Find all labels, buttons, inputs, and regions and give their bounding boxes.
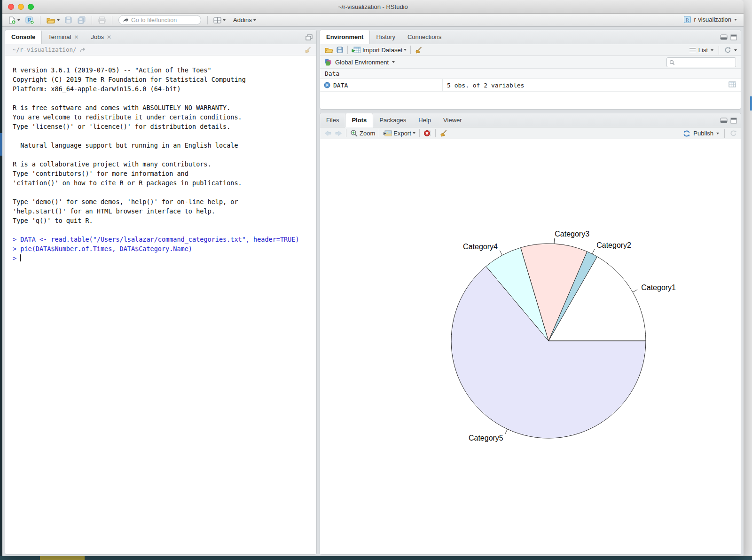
chevron-down-icon[interactable]	[392, 61, 395, 63]
console-pane: Console Terminal ✕ Jobs ✕ ~/r-visualizat…	[5, 30, 317, 555]
tab-packages[interactable]: Packages	[373, 113, 412, 127]
tab-console[interactable]: Console	[5, 30, 42, 44]
new-file-button[interactable]	[6, 15, 22, 25]
tab-history[interactable]: History	[370, 30, 401, 44]
plots-toolbar: Zoom Export	[320, 127, 741, 139]
expand-object-icon[interactable]	[324, 82, 330, 88]
console-line	[13, 131, 316, 141]
load-workspace-button[interactable]	[323, 46, 335, 55]
open-folder-icon	[46, 16, 55, 24]
environment-tabbar: Environment History Connections	[320, 30, 741, 44]
maximize-pane-icon[interactable]	[730, 118, 737, 124]
chevron-down-icon[interactable]	[734, 49, 737, 51]
previous-plot-button[interactable]	[323, 129, 333, 137]
console-line: Type 'contributors()' for more informati…	[13, 169, 316, 178]
background-desktop-bottom	[0, 556, 752, 560]
environment-object-row[interactable]: DATA 5 obs. of 2 variables	[320, 79, 741, 92]
data-section-header: Data	[320, 69, 741, 79]
tab-environment[interactable]: Environment	[320, 30, 370, 44]
close-icon[interactable]: ✕	[107, 34, 111, 40]
chevron-down-icon	[404, 49, 407, 51]
broom-icon	[439, 129, 447, 137]
console-line: Copyright (C) 2019 The R Foundation for …	[13, 75, 316, 84]
console-line: > pie(DATA$Number.of.Times, DATA$Categor…	[13, 244, 316, 253]
clear-console-broom-icon[interactable]	[304, 46, 312, 54]
import-dataset-button[interactable]: Import Dataset	[350, 46, 408, 55]
save-button[interactable]	[63, 15, 74, 25]
environment-pane: Environment History Connections	[320, 30, 741, 110]
tab-terminal-label: Terminal	[48, 33, 71, 40]
tab-viewer[interactable]: Viewer	[437, 113, 468, 127]
object-summary: 5 obs. of 2 variables	[447, 82, 524, 89]
console-output[interactable]: R version 3.6.1 (2019-07-05) -- "Action …	[5, 55, 316, 263]
next-plot-button[interactable]	[333, 129, 344, 137]
clear-all-plots-button[interactable]	[438, 128, 449, 138]
titlebar[interactable]: ~/r-visualization - RStudio	[2, 0, 744, 14]
background-fragment	[750, 96, 752, 110]
pie-label-Category1: Category1	[641, 284, 676, 292]
console-line: 'help.start()' for an HTML browser inter…	[13, 206, 316, 216]
environment-scope-label[interactable]: Global Environment	[335, 59, 389, 66]
console-line	[13, 188, 316, 197]
tab-files-label: Files	[326, 117, 339, 124]
goto-arrow-icon	[123, 17, 129, 23]
goto-file-input[interactable]	[131, 17, 192, 24]
tab-files[interactable]: Files	[320, 113, 345, 127]
environment-search-input[interactable]	[677, 59, 731, 66]
chevron-down-icon[interactable]	[716, 133, 719, 134]
minimize-pane-icon[interactable]	[720, 34, 728, 40]
console-line: Type 'demo()' for some demos, 'help()' f…	[13, 197, 316, 206]
tab-terminal[interactable]: Terminal ✕	[42, 30, 85, 44]
tab-environment-label: Environment	[326, 33, 363, 40]
project-menu-button[interactable]: R r-visualization	[682, 15, 739, 24]
popout-pane-icon[interactable]	[306, 34, 313, 40]
new-file-icon	[8, 16, 16, 24]
import-dataset-icon	[352, 47, 361, 54]
chevron-down-icon	[413, 132, 415, 134]
print-button[interactable]	[96, 16, 108, 25]
tab-plots[interactable]: Plots	[345, 113, 373, 127]
chevron-down-icon[interactable]	[711, 49, 713, 51]
maximize-pane-icon[interactable]	[730, 34, 737, 40]
open-folder-icon	[324, 47, 333, 54]
open-file-button[interactable]	[45, 16, 61, 25]
tab-help[interactable]: Help	[412, 113, 437, 127]
new-project-button[interactable]: R	[24, 15, 36, 25]
close-icon[interactable]: ✕	[74, 34, 78, 40]
zoom-plot-button[interactable]: Zoom	[349, 128, 376, 138]
background-desktop-edge-right	[744, 0, 752, 556]
environment-search-box[interactable]	[666, 57, 736, 67]
zoom-plot-label: Zoom	[360, 130, 375, 137]
addins-label: Addins	[233, 16, 252, 24]
minimize-pane-icon[interactable]	[720, 118, 728, 123]
object-name: DATA	[333, 82, 348, 89]
toolbar-separator	[112, 16, 112, 24]
remove-plot-button[interactable]	[422, 128, 433, 138]
export-plot-button[interactable]: Export	[382, 129, 417, 138]
list-view-label[interactable]: List	[698, 47, 708, 54]
save-all-button[interactable]	[76, 15, 87, 25]
save-workspace-button[interactable]	[335, 45, 345, 55]
tab-jobs[interactable]: Jobs ✕	[85, 30, 118, 44]
refresh-icon[interactable]	[730, 130, 737, 137]
view-table-icon[interactable]	[728, 81, 736, 87]
publish-label[interactable]: Publish	[693, 130, 713, 137]
chevron-down-icon	[253, 19, 256, 21]
print-icon	[98, 16, 106, 24]
save-icon	[64, 16, 72, 24]
console-line: R version 3.6.1 (2019-07-05) -- "Action …	[13, 65, 316, 75]
plots-pane: Files Plots Packages Help Viewer	[320, 113, 741, 555]
show-folder-arrow-icon[interactable]	[79, 47, 86, 53]
console-line: >	[13, 253, 316, 263]
pie-label-Category3: Category3	[555, 230, 589, 238]
workspace-panes-button[interactable]	[212, 16, 227, 24]
clear-environment-button[interactable]	[413, 45, 424, 55]
tab-connections[interactable]: Connections	[401, 30, 447, 44]
save-all-icon	[77, 16, 86, 24]
refresh-icon[interactable]	[724, 47, 731, 54]
chevron-down-icon	[17, 19, 20, 21]
zoom-magnifier-icon	[350, 129, 358, 137]
goto-file-search[interactable]	[118, 15, 201, 25]
plot-display-area: Category1Category2Category3Category4Cate…	[320, 139, 741, 554]
addins-button[interactable]: Addins	[232, 16, 258, 24]
